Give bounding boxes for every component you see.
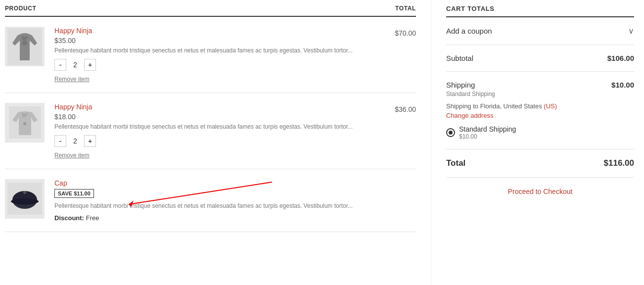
product-details-1: Happy Ninja $35.00 Pellentesque habitant… [54, 27, 367, 83]
chevron-down-icon: ∨ [628, 26, 634, 36]
cart-row-2: Happy Ninja $18.00 Pellentesque habitant… [5, 93, 416, 169]
svg-point-7 [23, 191, 26, 194]
shipping-value: $10.00 [611, 81, 634, 89]
radio-selected-dot [449, 131, 453, 135]
product-image-shirt [5, 103, 45, 142]
cart-row-1: Happy Ninja $35.00 Pellentesque habitant… [5, 17, 416, 93]
cap-icon [7, 183, 42, 215]
subtotal-row: Subtotal $106.00 [446, 45, 634, 72]
discount-label: Discount: [54, 214, 84, 222]
qty-plus-1[interactable]: + [84, 59, 96, 71]
total-label: Total [446, 158, 465, 168]
shipping-row: Shipping Standard Shipping $10.00 [446, 81, 634, 97]
product-name-3[interactable]: Cap [54, 179, 67, 187]
proceed-to-checkout-button[interactable]: Proceed to Checkout [446, 188, 634, 195]
shirt-icon [9, 106, 41, 139]
discount-value: Free [86, 214, 99, 222]
quantity-control-2: - 2 + [54, 135, 367, 147]
product-price-2: $18.00 [54, 113, 367, 121]
shipping-option-price: $10.00 [459, 133, 516, 140]
cart-row-3: Cap SAVE $11.00 Pellentesque habitant mo… [5, 169, 416, 233]
shipping-to-text: Shipping to Florida, United States [446, 102, 542, 110]
product-price-1: $35.00 [54, 37, 367, 45]
product-details-3: Cap SAVE $11.00 Pellentesque habitant mo… [54, 179, 416, 222]
total-column-header: TOTAL [395, 5, 416, 12]
qty-value-1: 2 [70, 61, 80, 69]
product-desc-1: Pellentesque habitant morbi tristique se… [54, 47, 367, 55]
shipping-to-link[interactable]: (US) [544, 102, 557, 110]
shipping-label: Shipping [446, 81, 495, 89]
total-row: Total $116.00 [446, 149, 634, 178]
subtotal-value: $106.00 [607, 54, 634, 62]
hoodie-icon [7, 28, 42, 65]
product-image-hoodie [5, 27, 45, 66]
discount-row: Discount: Free [54, 214, 416, 222]
save-badge: SAVE $11.00 [54, 189, 94, 198]
product-total-1: $70.00 [376, 27, 416, 37]
qty-minus-1[interactable]: - [54, 59, 66, 71]
product-total-2: $36.00 [376, 103, 416, 113]
subtotal-label: Subtotal [446, 54, 473, 62]
shipping-option-name: Standard Shipping [459, 125, 516, 133]
save-arrow-container: SAVE $11.00 [54, 187, 416, 200]
qty-plus-2[interactable]: + [84, 135, 96, 147]
svg-point-1 [22, 41, 27, 46]
cart-totals-sidebar: CART TOTALS Add a coupon ∨ Subtotal $106… [431, 0, 644, 285]
coupon-label: Add a coupon [446, 27, 492, 35]
product-name-2[interactable]: Happy Ninja [54, 103, 92, 111]
add-coupon-row[interactable]: Add a coupon ∨ [446, 17, 634, 45]
product-desc-2: Pellentesque habitant morbi tristique se… [54, 123, 367, 131]
svg-point-6 [11, 198, 39, 204]
shipping-radio[interactable] [446, 128, 455, 137]
shipping-to: Shipping to Florida, United States (US) [446, 102, 634, 110]
remove-item-1[interactable]: Remove item [54, 76, 90, 83]
shipping-section: Shipping Standard Shipping $10.00 Shippi… [446, 72, 634, 149]
cart-table-header: PRODUCT TOTAL [5, 5, 416, 17]
total-value: $116.00 [604, 158, 634, 168]
product-details-2: Happy Ninja $18.00 Pellentesque habitant… [54, 103, 367, 159]
quantity-control-1: - 2 + [54, 59, 367, 71]
remove-item-2[interactable]: Remove item [54, 152, 90, 159]
product-column-header: PRODUCT [5, 5, 37, 12]
change-address-link[interactable]: Change address [446, 112, 634, 119]
product-image-cap [5, 179, 45, 219]
qty-value-2: 2 [70, 137, 80, 145]
product-desc-3: Pellentesque habitant morbi tristique se… [54, 202, 416, 210]
qty-minus-2[interactable]: - [54, 135, 66, 147]
shipping-left: Shipping Standard Shipping [446, 81, 495, 97]
shipping-option-row: Standard Shipping $10.00 [446, 125, 634, 140]
svg-line-8 [129, 182, 272, 204]
shipping-option-details: Standard Shipping $10.00 [459, 125, 516, 140]
shipping-method: Standard Shipping [446, 91, 495, 97]
cart-totals-title: CART TOTALS [446, 5, 634, 17]
svg-point-3 [23, 122, 26, 125]
product-name-1[interactable]: Happy Ninja [54, 27, 92, 35]
